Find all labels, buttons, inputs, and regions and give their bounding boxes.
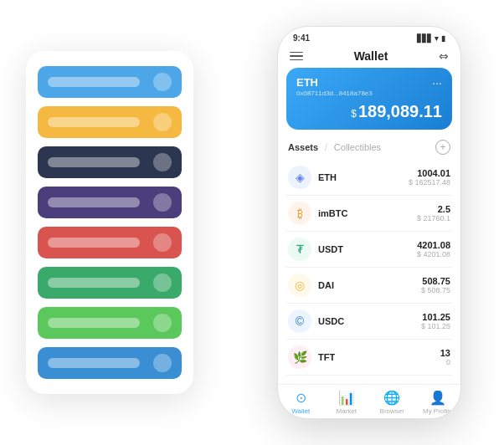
card-row — [38, 106, 182, 138]
eth-card-symbol: ETH — [296, 76, 373, 89]
nav-my profile-icon: 👤 — [429, 390, 446, 406]
nav-item-market[interactable]: 📊Market — [324, 390, 370, 415]
eth-card-amount: $189,089.11 — [296, 102, 442, 121]
asset-amounts: 4201.08$ 4201.08 — [417, 240, 450, 258]
asset-amount-usd: $ 162517.48 — [409, 178, 450, 187]
asset-amounts: 130 — [440, 348, 450, 366]
card-row-label — [48, 77, 140, 87]
card-icon-circle — [153, 73, 172, 91]
asset-amount-usd: $ 4201.08 — [417, 250, 450, 258]
asset-amount-main: 1004.01 — [409, 168, 450, 178]
bottom-nav: ⊙Wallet📊Market🌐Browser👤My Profile — [278, 384, 460, 418]
card-row-label — [48, 318, 140, 328]
assets-header: Assets / Collectibles + — [278, 136, 460, 160]
eth-card-more-icon[interactable]: ··· — [432, 76, 442, 90]
status-time: 9:41 — [293, 33, 310, 43]
asset-row[interactable]: ₿imBTC2.5$ 21760.1 — [286, 196, 452, 232]
asset-list: ◈ETH1004.01$ 162517.48₿imBTC2.5$ 21760.1… — [278, 160, 460, 384]
left-card-panel — [26, 51, 193, 394]
signal-icon: ▋▋▋ — [417, 34, 432, 43]
asset-row[interactable]: ◎DAI508.75$ 508.75 — [286, 268, 452, 304]
asset-amount-usd: $ 508.75 — [421, 286, 450, 294]
asset-amount-main: 101.25 — [421, 312, 450, 322]
nav-market-icon: 📊 — [338, 390, 355, 406]
card-row-label — [48, 358, 140, 368]
asset-icon-dai: ◎ — [288, 274, 311, 297]
asset-symbol: USDC — [318, 316, 421, 326]
nav-my profile-label: My Profile — [423, 407, 453, 415]
eth-card-header: ETH 0x08711d3d...8418a78e3 ··· — [296, 76, 442, 97]
status-bar: 9:41 ▋▋▋ ▾ ▮ — [278, 27, 460, 46]
asset-symbol: imBTC — [318, 208, 417, 218]
asset-symbol: DAI — [318, 280, 421, 290]
eth-card-value: 189,089.11 — [358, 102, 442, 120]
asset-icon-tft: 🌿 — [288, 345, 311, 369]
nav-item-wallet[interactable]: ⊙Wallet — [278, 390, 324, 415]
asset-icon-imbtc: ₿ — [288, 202, 311, 225]
asset-amounts: 101.25$ 101.25 — [421, 312, 450, 330]
card-icon-circle — [153, 113, 172, 131]
nav-market-label: Market — [337, 407, 357, 415]
card-row-label — [48, 197, 140, 207]
card-icon-circle — [153, 274, 172, 292]
asset-icon-eth: ◈ — [288, 166, 311, 189]
card-icon-circle — [153, 153, 172, 171]
nav-item-browser[interactable]: 🌐Browser — [369, 390, 415, 415]
card-row-label — [48, 157, 140, 167]
card-row — [38, 66, 182, 98]
asset-amount-main: 508.75 — [421, 276, 450, 286]
phone-header: Wallet ⇔ — [278, 46, 460, 68]
asset-amount-main: 13 — [440, 348, 450, 358]
asset-amount-usd: $ 21760.1 — [417, 214, 450, 222]
nav-browser-label: Browser — [380, 407, 404, 415]
card-icon-circle — [153, 314, 172, 332]
status-icons: ▋▋▋ ▾ ▮ — [417, 34, 445, 43]
eth-card[interactable]: ETH 0x08711d3d...8418a78e3 ··· $189,089.… — [286, 68, 452, 130]
eth-card-address: 0x08711d3d...8418a78e3 — [296, 90, 373, 97]
card-row — [38, 267, 182, 299]
assets-tabs: Assets / Collectibles — [288, 142, 381, 152]
asset-amount-usd: $ 101.25 — [421, 322, 450, 330]
asset-row[interactable]: 🌿TFT130 — [286, 340, 452, 376]
page-title: Wallet — [354, 49, 388, 63]
scene: 9:41 ▋▋▋ ▾ ▮ Wallet ⇔ ETH 0x08711d3d...8… — [18, 18, 486, 427]
asset-row[interactable]: ₮USDT4201.08$ 4201.08 — [286, 232, 452, 268]
card-row-label — [48, 278, 140, 288]
nav-item-my-profile[interactable]: 👤My Profile — [415, 390, 461, 415]
asset-amounts: 508.75$ 508.75 — [421, 276, 450, 294]
tab-collectibles[interactable]: Collectibles — [334, 142, 381, 152]
card-icon-circle — [153, 233, 172, 252]
nav-wallet-icon: ⊙ — [296, 390, 306, 406]
card-icon-circle — [153, 354, 172, 372]
asset-row[interactable]: ©USDC101.25$ 101.25 — [286, 304, 452, 340]
tab-separator: / — [325, 143, 327, 152]
asset-amount-main: 4201.08 — [417, 240, 450, 250]
asset-row[interactable]: ◈ETH1004.01$ 162517.48 — [286, 160, 452, 196]
card-icon-circle — [153, 193, 172, 212]
asset-symbol: TFT — [318, 352, 440, 362]
wifi-icon: ▾ — [435, 34, 439, 43]
card-row — [38, 146, 182, 178]
card-row — [38, 227, 182, 258]
asset-symbol: USDT — [318, 244, 417, 254]
asset-amounts: 1004.01$ 162517.48 — [409, 168, 450, 187]
nav-browser-icon: 🌐 — [383, 390, 400, 406]
eth-card-dollar: $ — [351, 108, 357, 120]
phone-mockup: 9:41 ▋▋▋ ▾ ▮ Wallet ⇔ ETH 0x08711d3d...8… — [277, 26, 461, 419]
add-asset-button[interactable]: + — [435, 140, 450, 155]
asset-amount-main: 2.5 — [417, 204, 450, 214]
card-row-label — [48, 238, 140, 248]
asset-icon-usdc: © — [288, 309, 311, 333]
card-row — [38, 347, 182, 379]
menu-icon[interactable] — [290, 52, 303, 61]
asset-symbol: ETH — [318, 172, 409, 182]
battery-icon: ▮ — [441, 34, 445, 43]
card-row-label — [48, 117, 140, 127]
card-row — [38, 307, 182, 339]
nav-wallet-label: Wallet — [291, 407, 310, 415]
asset-amounts: 2.5$ 21760.1 — [417, 204, 450, 222]
asset-icon-usdt: ₮ — [288, 238, 311, 261]
expand-icon[interactable]: ⇔ — [439, 49, 449, 63]
tab-assets[interactable]: Assets — [288, 142, 318, 152]
card-row — [38, 187, 182, 218]
